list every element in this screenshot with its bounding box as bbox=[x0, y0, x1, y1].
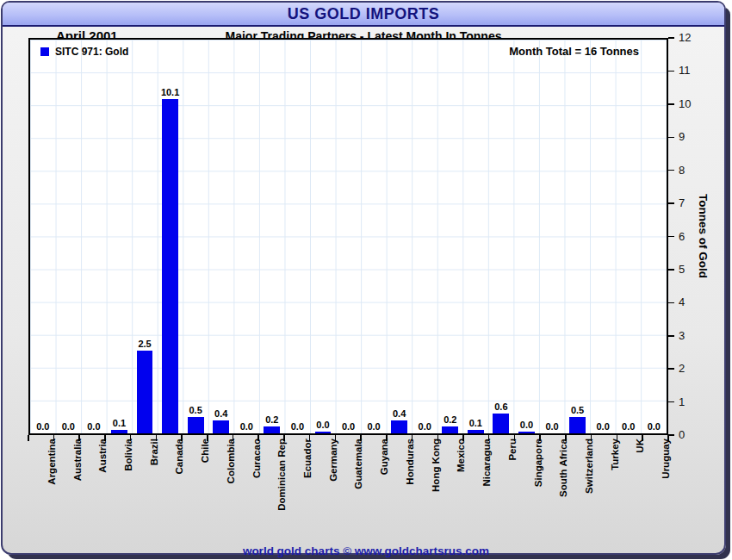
gold-imports-chart-window: US GOLD IMPORTS April 2001 Major Trading… bbox=[0, 0, 732, 560]
bar-value-label: 0.0 bbox=[648, 421, 661, 433]
y-tick-label: 10 bbox=[679, 98, 691, 110]
bar-slot: 0.4 bbox=[208, 40, 234, 433]
bar-slot: 0.2 bbox=[437, 40, 463, 433]
legend: SITC 971: Gold bbox=[40, 46, 128, 58]
bar-value-label: 0.0 bbox=[520, 420, 533, 432]
plot-area: 0.00.00.00.12.510.10.50.40.00.20.00.00.0… bbox=[28, 38, 668, 435]
y-tick-label: 9 bbox=[679, 131, 685, 143]
bar-slot: 2.5 bbox=[132, 40, 158, 433]
bar-value-label: 0.4 bbox=[393, 408, 406, 420]
bar-value-label: 0.0 bbox=[87, 421, 100, 433]
bar-slot: 0.0 bbox=[234, 40, 260, 433]
x-label-cell: Singapore bbox=[515, 439, 541, 529]
bar-value-label: 2.5 bbox=[138, 339, 151, 351]
bar-slot: 0.0 bbox=[539, 40, 565, 433]
x-label-cell: Guatemala bbox=[336, 439, 362, 529]
bar-value-label: 0.0 bbox=[291, 421, 304, 433]
page-title: US GOLD IMPORTS bbox=[288, 5, 440, 23]
bar-slot: 0.0 bbox=[642, 40, 667, 433]
bar-mexico bbox=[442, 426, 458, 433]
bar-slot: 0.0 bbox=[285, 40, 311, 433]
bar-slot: 0.0 bbox=[514, 40, 540, 433]
y-axis-title: Tonnes of Gold bbox=[697, 194, 710, 278]
x-label-cell: Switzerland bbox=[566, 439, 592, 529]
bar-slot: 0.4 bbox=[387, 40, 413, 433]
bar-value-label: 0.2 bbox=[265, 414, 278, 426]
x-label-cell: Brazil bbox=[131, 439, 157, 529]
x-label-cell: Honduras bbox=[387, 439, 413, 529]
chart-header-band: US GOLD IMPORTS bbox=[3, 3, 724, 27]
bar-honduras bbox=[391, 420, 407, 433]
x-label-cell: Turkey bbox=[592, 439, 617, 529]
x-label-cell: Hong Kong bbox=[413, 439, 438, 529]
x-label-cell: Argentina bbox=[28, 439, 54, 529]
y-tick-mark bbox=[668, 269, 674, 271]
y-tick-label: 2 bbox=[679, 363, 685, 375]
bar-germany bbox=[315, 432, 332, 433]
x-label-cell: Canada bbox=[157, 439, 183, 529]
bar-slot: 0.0 bbox=[361, 40, 387, 433]
y-tick-label: 3 bbox=[679, 330, 685, 342]
y-tick-mark bbox=[668, 170, 674, 171]
x-label-cell: Chile bbox=[182, 439, 208, 529]
bar-switzerland bbox=[569, 417, 586, 433]
bar-slot: 0.5 bbox=[565, 40, 591, 433]
bar-slot: 0.0 bbox=[412, 40, 437, 433]
y-tick-mark bbox=[668, 368, 674, 370]
bar-value-label: 0.0 bbox=[622, 421, 635, 433]
x-label-cell: Uruguay bbox=[642, 439, 668, 529]
x-label-cell: Mexico bbox=[438, 439, 464, 529]
y-tick-mark bbox=[668, 37, 674, 39]
bar-value-label: 0.0 bbox=[419, 421, 431, 433]
bar-slot: 0.1 bbox=[463, 40, 489, 433]
y-tick-label: 5 bbox=[679, 264, 685, 276]
month-total-annotation: Month Total = 16 Tonnes bbox=[509, 45, 639, 58]
bar-slot: 0.0 bbox=[336, 40, 362, 433]
bar-slot: 0.6 bbox=[488, 40, 514, 433]
x-label-cell: Bolivia bbox=[105, 439, 131, 529]
x-label-cell: Colombia bbox=[208, 439, 233, 529]
x-label-cell: Guyana bbox=[361, 439, 387, 529]
x-label-cell: Peru bbox=[489, 439, 515, 529]
bar-value-label: 0.0 bbox=[597, 421, 610, 433]
bar-bolivia bbox=[111, 430, 127, 433]
bar-colombia bbox=[213, 420, 229, 433]
x-label-cell: Dominican Rep bbox=[258, 439, 284, 529]
footer-credit: world gold charts © www.goldchartsrus.co… bbox=[0, 544, 732, 557]
y-tick-mark bbox=[668, 434, 674, 436]
x-label-cell: UK bbox=[617, 439, 643, 529]
bar-slot: 0.5 bbox=[183, 40, 208, 433]
bar-canada bbox=[162, 99, 178, 433]
bar-slot: 0.0 bbox=[590, 40, 616, 433]
y-tick-label: 12 bbox=[679, 32, 691, 44]
bar-value-label: 0.2 bbox=[444, 414, 456, 426]
bar-value-label: 0.0 bbox=[62, 421, 75, 433]
bar-singapore bbox=[518, 432, 535, 433]
bar-value-label: 0.0 bbox=[36, 421, 49, 433]
bars-row: 0.00.00.00.12.510.10.50.40.00.20.00.00.0… bbox=[30, 40, 667, 433]
bar-nicaragua bbox=[468, 430, 484, 433]
x-axis-label: Uruguay bbox=[661, 439, 671, 479]
bar-slot: 0.0 bbox=[81, 40, 107, 433]
legend-swatch-icon bbox=[40, 47, 49, 56]
x-label-cell: Austria bbox=[79, 439, 105, 529]
y-tick-mark bbox=[668, 137, 674, 139]
y-tick-label: 6 bbox=[679, 231, 685, 243]
bar-value-label: 0.4 bbox=[214, 408, 227, 420]
bar-value-label: 0.0 bbox=[545, 421, 558, 433]
y-tick-label: 4 bbox=[679, 296, 685, 308]
bar-peru bbox=[493, 414, 509, 433]
bar-value-label: 0.1 bbox=[469, 418, 482, 430]
bar-value-label: 0.0 bbox=[342, 421, 355, 433]
bar-slot: 0.0 bbox=[30, 40, 56, 433]
bar-brazil bbox=[137, 351, 153, 433]
bar-value-label: 10.1 bbox=[161, 87, 179, 99]
bar-slot: 0.1 bbox=[107, 40, 133, 433]
bar-slot: 0.0 bbox=[56, 40, 82, 433]
bar-value-label: 0.0 bbox=[316, 420, 329, 432]
bar-value-label: 0.5 bbox=[189, 405, 202, 417]
bar-value-label: 0.1 bbox=[113, 418, 126, 430]
bar-value-label: 0.0 bbox=[367, 421, 380, 433]
bar-dominican-rep bbox=[264, 426, 280, 433]
y-tick-label: 7 bbox=[679, 197, 685, 209]
